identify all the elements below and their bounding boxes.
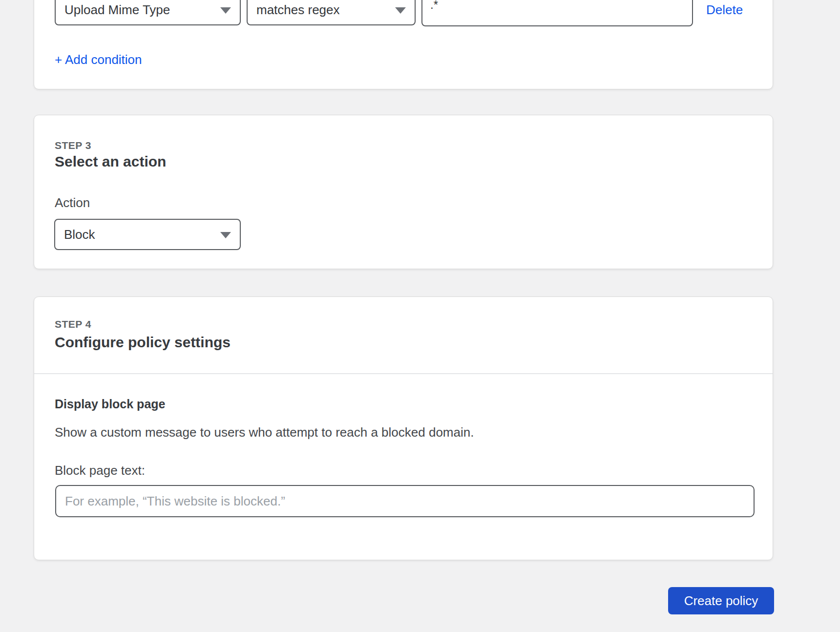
- step4-title: Configure policy settings: [55, 333, 231, 352]
- step4-card: STEP 4 Configure policy settings Display…: [34, 296, 773, 560]
- chevron-down-icon: [220, 232, 231, 238]
- chevron-down-icon: [395, 7, 406, 14]
- action-dropdown[interactable]: Block: [54, 219, 241, 250]
- card-header-divider: [34, 373, 773, 374]
- action-dropdown-value: Block: [64, 227, 95, 242]
- policy-builder-page: Upload Mime Type matches regex .* Delete…: [0, 0, 840, 632]
- block-page-text-input[interactable]: [55, 485, 755, 517]
- step3-title: Select an action: [55, 152, 166, 171]
- action-label: Action: [55, 195, 90, 211]
- condition-selector-value: Upload Mime Type: [64, 2, 170, 18]
- condition-operator-value: matches regex: [256, 2, 340, 18]
- display-block-page-heading: Display block page: [55, 397, 165, 411]
- condition-operator-dropdown[interactable]: matches regex: [247, 0, 416, 25]
- condition-value-input[interactable]: .*: [421, 0, 693, 26]
- display-block-page-description: Show a custom message to users who attem…: [55, 425, 474, 440]
- step3-label: STEP 3: [55, 140, 91, 151]
- add-condition-link[interactable]: + Add condition: [55, 52, 142, 67]
- block-page-text-label: Block page text:: [55, 463, 145, 478]
- delete-condition-link[interactable]: Delete: [706, 2, 743, 18]
- step4-label: STEP 4: [55, 318, 91, 330]
- create-policy-button[interactable]: Create policy: [668, 587, 774, 614]
- condition-card: Upload Mime Type matches regex .* Delete…: [34, 0, 773, 89]
- condition-selector-dropdown[interactable]: Upload Mime Type: [55, 0, 241, 25]
- chevron-down-icon: [220, 7, 231, 14]
- step3-card: STEP 3 Select an action Action Block: [34, 115, 773, 269]
